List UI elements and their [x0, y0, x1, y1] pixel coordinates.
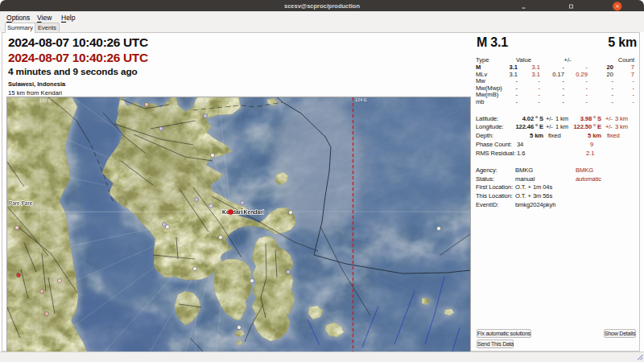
svg-text:122 E: 122 E: [196, 98, 208, 103]
svg-text:120 E: 120 E: [39, 98, 52, 103]
svg-text:Kendari: Kendari: [244, 209, 264, 215]
svg-text:Pare Pare: Pare Pare: [9, 200, 33, 206]
svg-text:124 E: 124 E: [355, 97, 367, 102]
